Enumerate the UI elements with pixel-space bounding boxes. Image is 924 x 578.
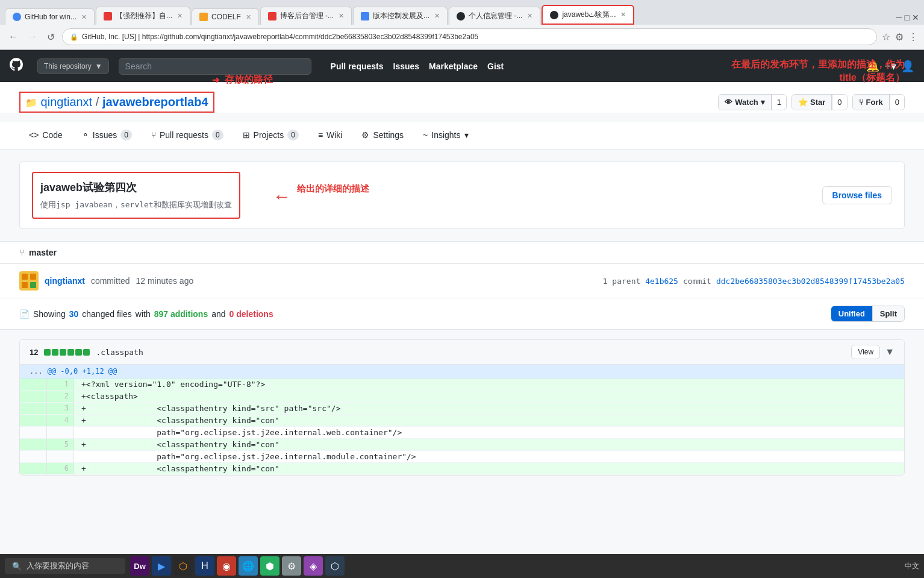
insights-icon: ~ (423, 130, 428, 140)
code-icon: <> (29, 130, 39, 140)
tab-insights[interactable]: ~ Insights ▾ (413, 123, 478, 148)
github-nav: Pull requests Issues Marketplace Gist (331, 61, 504, 71)
split-view-button[interactable]: Split (873, 306, 904, 321)
star-icon: ⭐ (798, 98, 808, 107)
line-num-6 (20, 463, 47, 474)
parent-hash-link[interactable]: 4e1b625 (645, 277, 678, 286)
line-num-4br (47, 427, 74, 438)
file-expand-button[interactable]: ▼ (885, 347, 894, 357)
wiki-icon: ≡ (318, 130, 323, 140)
line-num-5r: 5 (47, 439, 74, 450)
menu-button[interactable]: ⋮ (908, 31, 918, 43)
branch-name: master (29, 248, 57, 257)
watch-button[interactable]: 👁 Watch ▾ (719, 95, 772, 110)
repo-icon: 📁 (25, 98, 37, 108)
tab-close-4[interactable]: ✕ (339, 12, 344, 20)
line-content-4: + <classpathentry kind="con" (74, 415, 904, 426)
line-content-1: +<?xml version="1.0" encoding="UTF-8"?> (74, 379, 904, 390)
repo-name-link[interactable]: javawebreportlab4 (102, 95, 208, 108)
svg-rect-3 (22, 282, 28, 288)
browser-tab-6[interactable]: 个人信息管理 -... ✕ (449, 7, 540, 25)
line-num-6r: 6 (47, 463, 74, 474)
github-logo (10, 58, 23, 75)
maximize-button[interactable]: □ (905, 13, 910, 22)
browser-tab-4[interactable]: 博客后台管理 -... ✕ (260, 7, 352, 25)
settings-icon: ⚙ (361, 130, 369, 140)
line-num-3 (20, 403, 47, 414)
nav-gist[interactable]: Gist (487, 61, 504, 71)
path-annotation: ➜ 存放的路径 (212, 74, 273, 86)
watch-count: 1 (772, 95, 786, 110)
browser-toolbar: ← → ↺ 🔒 GitHub, Inc. [US] | https://gith… (0, 25, 924, 49)
browser-tab-3[interactable]: CODELF ✕ (192, 8, 259, 25)
commit-hash-link[interactable]: ddc2be66835803ec3b02d8548399f17453be2a05 (716, 277, 905, 286)
tab-wiki[interactable]: ≡ Wiki (308, 123, 352, 148)
nav-marketplace[interactable]: Marketplace (429, 61, 478, 71)
reload-button[interactable]: ↺ (45, 30, 57, 44)
diff-line-4b: path="org.eclipse.jst.j2ee.internal.web.… (20, 427, 904, 439)
star-group: ⭐ Star 0 (791, 94, 848, 110)
tab-pull-requests[interactable]: ⑂ Pull requests 0 (142, 122, 233, 149)
ellipsis-icon: ... (30, 367, 43, 375)
tab-close-5[interactable]: ✕ (434, 12, 440, 20)
bar-seg-3 (60, 349, 66, 356)
commit-box: javaweb试验第四次 使用jsp javabean，servlet和数据库实… (19, 162, 905, 229)
browse-files-button[interactable]: Browse files (822, 186, 892, 204)
url-bar[interactable]: 🔒 GitHub, Inc. [US] | https://github.com… (62, 28, 877, 45)
tab-close-7[interactable]: ✕ (620, 11, 626, 19)
commit-author[interactable]: qingtianxt (45, 276, 85, 286)
bar-seg-2 (52, 349, 58, 356)
diff-line-2: 2 +<classpath> (20, 391, 904, 403)
file-view-button[interactable]: View (851, 345, 880, 359)
search-input[interactable] (119, 58, 311, 75)
tab-close-2[interactable]: ✕ (177, 12, 183, 20)
repo-nav: <> Code ⚬ Issues 0 ⑂ Pull requests 0 ⊞ P… (0, 122, 924, 149)
unified-view-button[interactable]: Unified (831, 306, 873, 321)
file-diff-header-right: View ▼ (851, 345, 894, 359)
forward-button[interactable]: → (25, 30, 40, 43)
commit-section: javaweb试验第四次 使用jsp javabean，servlet和数据库实… (0, 149, 924, 241)
fork-group: ⑂ Fork 0 (852, 94, 905, 110)
line-num-1r: 1 (47, 379, 74, 390)
repo-header: 📁 qingtianxt / javawebreportlab4 ➜ 存放的路径… (0, 82, 924, 113)
commit-action: committed (91, 276, 130, 286)
nav-pull-requests[interactable]: Pull requests (331, 61, 384, 71)
file-diff-icon: 📄 (19, 309, 30, 319)
repo-owner-link[interactable]: qingtianxt (41, 95, 93, 108)
back-button[interactable]: ← (6, 30, 20, 43)
browser-tab-5[interactable]: 版本控制发展及... ✕ (353, 7, 448, 25)
browser-tab-2[interactable]: 【强烈推荐】自... ✕ (96, 7, 190, 25)
line-num-2 (20, 391, 47, 402)
changed-files-label: changed files (82, 309, 132, 319)
browser-tab-1[interactable]: GitHub for win... ✕ (5, 8, 95, 25)
tab-settings[interactable]: ⚙ Settings (352, 123, 413, 148)
tab-projects[interactable]: ⊞ Projects 0 (233, 122, 308, 149)
this-repository-selector[interactable]: This repository ▼ (37, 58, 109, 74)
file-line-count: 12 (30, 348, 38, 357)
tab-close-1[interactable]: ✕ (81, 13, 87, 21)
changed-files-link[interactable]: 30 (69, 309, 79, 319)
line-content-2: +<classpath> (74, 391, 904, 402)
close-button[interactable]: ✕ (912, 13, 919, 22)
diff-line-5: 5 + <classpathentry kind="con" (20, 439, 904, 451)
star-button[interactable]: ⭐ Star (792, 95, 832, 110)
browser-tab-7[interactable]: javawebٺ験第... ✕ (542, 5, 634, 25)
watch-group: 👁 Watch ▾ 1 (718, 94, 787, 110)
minimize-button[interactable]: ─ (896, 13, 902, 22)
tab-code[interactable]: <> Code (19, 123, 72, 148)
extensions-button[interactable]: ⚙ (895, 31, 904, 43)
this-repository-label: This repository (44, 62, 92, 71)
fork-button[interactable]: ⑂ Fork (853, 95, 890, 110)
star-count: 0 (832, 95, 846, 110)
bookmark-button[interactable]: ☆ (882, 31, 890, 43)
issues-icon: ⚬ (82, 130, 89, 140)
pr-icon: ⑂ (151, 130, 156, 140)
eye-icon: 👁 (725, 98, 732, 107)
tab-close-6[interactable]: ✕ (527, 12, 532, 20)
repo-actions-wrapper: 在最后的发布环节，里添加的描述，作为title（标题名） 👁 Watch ▾ 1… (718, 94, 905, 110)
diff-view-toggle: Unified Split (831, 306, 905, 322)
diff-hunk-header: ... @@ -0,0 +1,12 @@ (20, 365, 904, 379)
tab-close-3[interactable]: ✕ (246, 13, 251, 21)
tab-issues[interactable]: ⚬ Issues 0 (72, 122, 142, 149)
nav-issues[interactable]: Issues (393, 61, 420, 71)
